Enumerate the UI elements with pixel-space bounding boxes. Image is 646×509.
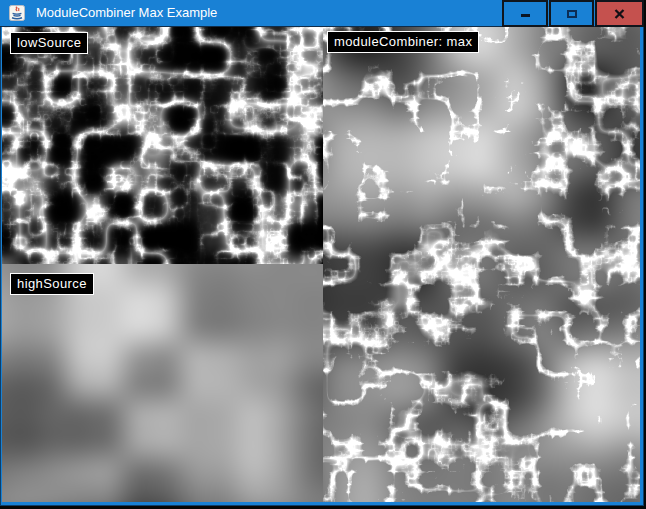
minimize-button[interactable] [502,0,548,27]
app-window: ModuleCombiner Max Example lowSour [0,0,644,506]
highsource-label: highSource [10,273,94,295]
window-controls [502,0,644,27]
close-x-icon [614,9,625,19]
highsource-noise-canvas [2,264,323,502]
title-bar[interactable]: ModuleCombiner Max Example [0,0,644,27]
window-title: ModuleCombiner Max Example [36,0,217,26]
lowsource-noise-canvas [2,27,323,264]
maximize-square-icon [567,10,577,18]
noise-preview-area: lowSource moduleCombiner: max highSource [2,27,640,502]
highsource-noise-panel [2,264,323,502]
modulecombiner-label: moduleCombiner: max [327,31,479,53]
close-button[interactable] [595,0,644,27]
modulecombiner-noise-canvas [323,27,640,502]
java-coffee-cup-icon[interactable] [9,5,25,21]
lowsource-noise-panel [2,27,323,264]
minimize-dash-icon [521,14,530,17]
lowsource-label: lowSource [10,32,88,54]
modulecombiner-noise-panel [323,27,640,502]
maximize-button[interactable] [549,0,594,27]
